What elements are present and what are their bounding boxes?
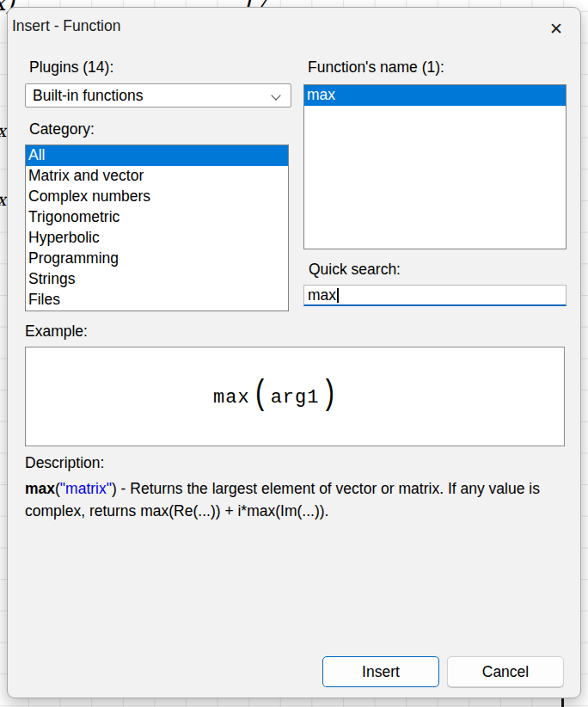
example-label: Example: [25, 323, 88, 341]
quick-search-label: Quick search: [309, 261, 401, 279]
category-item-hyperbolic[interactable]: Hyperbolic [26, 228, 288, 249]
category-listbox: All Matrix and vector Complex numbers Tr… [25, 144, 289, 311]
category-item-programming[interactable]: Programming [26, 249, 288, 269]
dialog-title: Insert - Function [12, 17, 120, 35]
example-preview: max ( arg1 ) [25, 347, 565, 446]
worksheet-partial-expression: x [0, 189, 6, 210]
category-label: Category: [29, 120, 95, 138]
plugins-dropdown[interactable]: Built-in functions [25, 83, 291, 108]
category-item-files[interactable]: Files [26, 290, 288, 310]
quick-search-input[interactable]: max [303, 285, 567, 306]
description-argument: "matrix" [60, 480, 112, 497]
description-function-name: max [25, 480, 55, 497]
category-item-all[interactable]: All [26, 145, 288, 166]
category-item-trigonometric[interactable]: Trigonometric [26, 207, 288, 228]
function-listbox: max [303, 84, 567, 249]
function-item-max[interactable]: max [304, 85, 566, 106]
function-name-label: Function's name (1): [308, 58, 444, 77]
open-paren: ( [253, 376, 268, 415]
cancel-button[interactable]: Cancel [447, 656, 564, 687]
example-expression: max ( arg1 ) [213, 347, 340, 447]
worksheet-partial-expression: x [0, 120, 6, 141]
plugins-dropdown-value: Built-in functions [33, 87, 143, 105]
insert-button[interactable]: Insert [322, 656, 439, 687]
example-function-name: max [213, 387, 250, 409]
close-button[interactable]: ✕ [539, 13, 573, 44]
chevron-down-icon [271, 90, 280, 100]
category-item-complex-numbers[interactable]: Complex numbers [26, 187, 288, 207]
text-caret [337, 288, 339, 303]
plugins-label: Plugins (14): [29, 58, 113, 77]
description-text: max("matrix") - Returns the largest elem… [25, 477, 570, 522]
category-item-strings[interactable]: Strings [26, 269, 288, 290]
close-paren: ) [322, 376, 337, 415]
description-label: Description: [25, 454, 104, 472]
category-item-matrix-and-vector[interactable]: Matrix and vector [26, 166, 288, 187]
example-argument: arg1 [271, 387, 320, 409]
close-icon: ✕ [549, 19, 563, 39]
insert-function-dialog: Insert - Function ✕ Plugins (14): Built-… [7, 7, 581, 698]
quick-search-value: max [308, 286, 336, 304]
worksheet-mark [561, 698, 564, 707]
